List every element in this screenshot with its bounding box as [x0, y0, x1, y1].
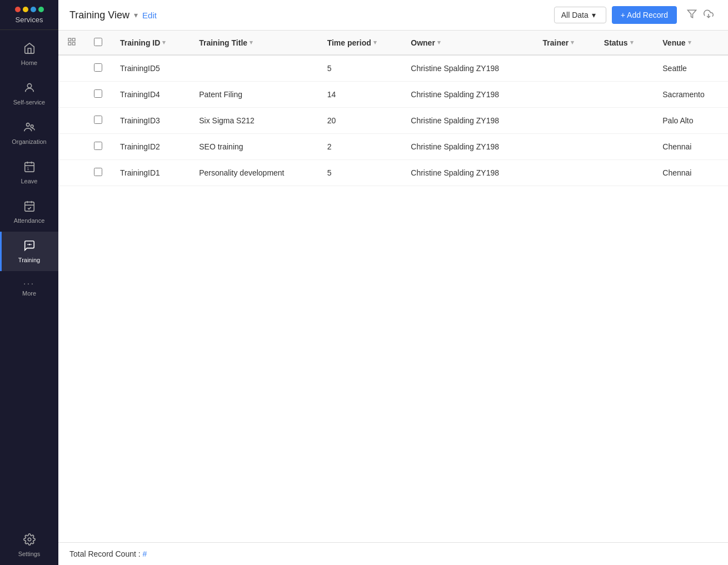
- row-expand-0: [58, 55, 85, 82]
- col-label-venue: Venue: [662, 38, 685, 47]
- sidebar-label-home: Home: [21, 59, 37, 66]
- cell-trainer-2: [534, 108, 595, 134]
- cell-status-4: [595, 160, 654, 186]
- sidebar-item-self-service[interactable]: Self-service: [0, 74, 58, 113]
- cell-time-period-4: 5: [318, 160, 402, 186]
- cell-venue-1: Sacramento: [654, 82, 728, 108]
- filter-dropdown[interactable]: All Data ▾: [554, 7, 606, 23]
- dot-yellow: [23, 7, 28, 12]
- cell-status-1: [595, 82, 654, 108]
- col-header-owner[interactable]: Owner ▾: [402, 31, 533, 55]
- sidebar-item-training[interactable]: Training: [0, 232, 58, 271]
- cell-trainer-1: [534, 82, 595, 108]
- row-checkbox-3[interactable]: [94, 142, 102, 150]
- cell-time-period-1: 14: [318, 82, 402, 108]
- filter-dropdown-label: All Data: [561, 11, 589, 19]
- sort-icon-owner: ▾: [437, 39, 441, 46]
- sidebar-label-training: Training: [18, 257, 40, 263]
- sidebar-item-attendance[interactable]: Attendance: [0, 192, 58, 232]
- col-header-training-title[interactable]: Training Title ▾: [190, 31, 318, 55]
- cell-owner-0: Christine Spalding ZY198: [402, 55, 533, 82]
- cell-venue-2: Palo Alto: [654, 108, 728, 134]
- svg-rect-17: [72, 38, 75, 41]
- sort-icon-training-id: ▾: [162, 39, 166, 46]
- cell-venue-0: Seattle: [654, 55, 728, 82]
- row-checkbox-cell-1[interactable]: [85, 82, 111, 108]
- attendance-icon: [23, 200, 36, 215]
- row-checkbox-2[interactable]: [94, 116, 102, 124]
- col-header-venue[interactable]: Venue ▾: [654, 31, 728, 55]
- cell-venue-3: Chennai: [654, 134, 728, 160]
- row-checkbox-cell-4[interactable]: [85, 160, 111, 186]
- sidebar-item-leave[interactable]: 1 Leave: [0, 153, 58, 192]
- cell-training-id-1: TrainingID4: [111, 82, 190, 108]
- sort-icon-status: ▾: [630, 39, 634, 46]
- table-row[interactable]: TrainingID3 Six Sigma S212 20 Christine …: [58, 108, 728, 134]
- cell-training-title-4: Personality development: [190, 160, 318, 186]
- cell-training-id-2: TrainingID3: [111, 108, 190, 134]
- row-checkbox-cell-3[interactable]: [85, 134, 111, 160]
- sidebar-label-organization: Organization: [12, 138, 46, 145]
- chevron-down-icon: ▾: [134, 11, 138, 19]
- sidebar-item-home[interactable]: Home: [0, 34, 58, 74]
- svg-rect-16: [68, 38, 71, 41]
- col-header-trainer[interactable]: Trainer ▾: [534, 31, 595, 55]
- row-checkbox-4[interactable]: [94, 168, 102, 176]
- leave-icon: 1: [23, 161, 36, 176]
- col-label-training-title: Training Title: [199, 38, 247, 47]
- edit-link[interactable]: Edit: [142, 11, 157, 20]
- sidebar-item-more[interactable]: ··· More: [0, 271, 58, 304]
- dot-blue: [31, 7, 36, 12]
- table-row[interactable]: TrainingID5 5 Christine Spalding ZY198 S…: [58, 55, 728, 82]
- filter-chevron-icon: ▾: [592, 11, 596, 19]
- services-dots: [15, 7, 44, 12]
- cell-owner-2: Christine Spalding ZY198: [402, 108, 533, 134]
- cell-training-id-4: TrainingID1: [111, 160, 190, 186]
- row-checkbox-1[interactable]: [94, 89, 102, 98]
- organization-icon: [23, 121, 36, 136]
- col-label-time-period: Time period: [327, 38, 371, 47]
- export-icon-button[interactable]: [700, 7, 717, 24]
- filter-icon-button[interactable]: [684, 7, 700, 24]
- table-row[interactable]: TrainingID1 Personality development 5 Ch…: [58, 160, 728, 186]
- services-section[interactable]: Services: [0, 0, 58, 30]
- cell-time-period-3: 2: [318, 134, 402, 160]
- row-checkbox-0[interactable]: [94, 63, 102, 72]
- table-row[interactable]: TrainingID4 Patent Filing 14 Christine S…: [58, 82, 728, 108]
- svg-rect-19: [72, 42, 75, 45]
- cell-training-id-3: TrainingID2: [111, 134, 190, 160]
- services-label: Services: [16, 16, 43, 24]
- row-expand-2: [58, 108, 85, 134]
- cell-owner-4: Christine Spalding ZY198: [402, 160, 533, 186]
- add-record-button[interactable]: + Add Record: [612, 6, 677, 24]
- row-checkbox-cell-0[interactable]: [85, 55, 111, 82]
- header: Training View ▾ Edit All Data ▾ + Add Re…: [58, 0, 728, 31]
- sidebar-label-settings: Settings: [18, 551, 41, 557]
- table-row[interactable]: TrainingID2 SEO training 2 Christine Spa…: [58, 134, 728, 160]
- sidebar-item-settings[interactable]: Settings: [0, 526, 58, 565]
- select-all-header[interactable]: [85, 31, 111, 55]
- cell-venue-4: Chennai: [654, 160, 728, 186]
- row-checkbox-cell-2[interactable]: [85, 108, 111, 134]
- select-all-checkbox[interactable]: [94, 38, 102, 46]
- footer-hash: #: [143, 549, 147, 558]
- cell-status-0: [595, 55, 654, 82]
- cell-training-title-3: SEO training: [190, 134, 318, 160]
- training-icon: [23, 239, 36, 254]
- col-header-status[interactable]: Status ▾: [595, 31, 654, 55]
- svg-point-1: [26, 123, 29, 127]
- sidebar-item-organization[interactable]: Organization: [0, 113, 58, 153]
- row-expand-4: [58, 160, 85, 186]
- cell-training-id-0: TrainingID5: [111, 55, 190, 82]
- sort-icon-venue: ▾: [688, 39, 691, 46]
- table-container: Training ID ▾ Training Title ▾ Time peri…: [58, 31, 728, 542]
- col-header-training-id[interactable]: Training ID ▾: [111, 31, 190, 55]
- settings-icon: [23, 533, 36, 548]
- svg-rect-3: [24, 163, 34, 172]
- col-label-owner: Owner: [411, 38, 435, 47]
- col-header-time-period[interactable]: Time period ▾: [318, 31, 402, 55]
- sidebar-nav: Home Self-service Organization: [0, 30, 58, 526]
- table-header-row: Training ID ▾ Training Title ▾ Time peri…: [58, 31, 728, 55]
- self-service-icon: [23, 82, 36, 97]
- more-icon: ···: [23, 279, 35, 288]
